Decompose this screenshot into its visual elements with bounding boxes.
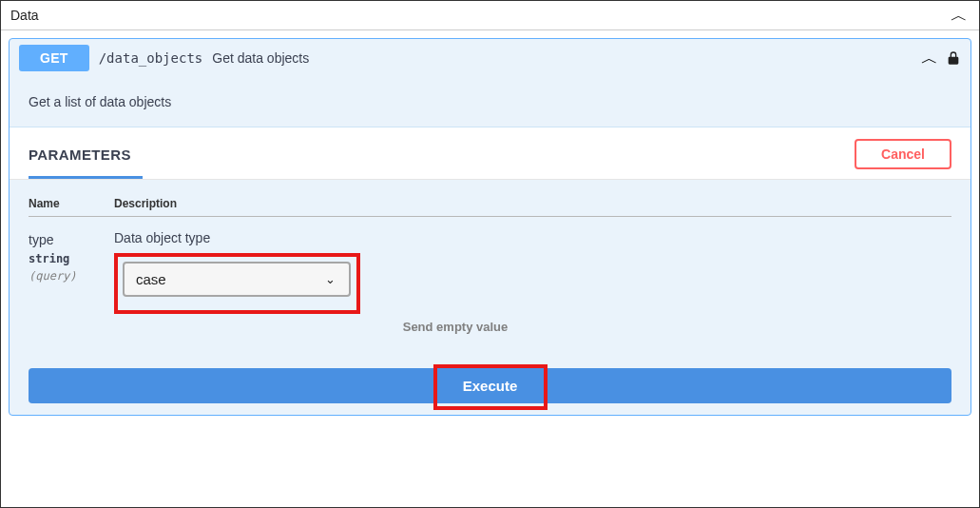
operation-block: GET /data_objects Get data objects ︿ Get… xyxy=(9,38,971,416)
operation-description: Get a list of data objects xyxy=(10,77,970,127)
operation-path: /data_objects xyxy=(99,50,203,66)
chevron-up-icon[interactable]: ︿ xyxy=(921,47,938,69)
type-select[interactable]: case xyxy=(123,262,351,297)
column-header-name: Name xyxy=(29,197,114,210)
execute-button[interactable]: Execute xyxy=(29,368,951,403)
column-header-description: Description xyxy=(114,197,951,210)
parameters-table: Name Description type string (query) Dat… xyxy=(10,180,970,351)
section-header[interactable]: Data ︿ xyxy=(1,1,979,30)
cancel-button[interactable]: Cancel xyxy=(855,139,951,169)
parameters-header: PARAMETERS Cancel xyxy=(10,127,970,180)
http-method-badge: GET xyxy=(19,45,89,71)
operation-header[interactable]: GET /data_objects Get data objects ︿ xyxy=(10,39,970,77)
param-name: type xyxy=(29,230,114,250)
param-type: string xyxy=(29,250,114,267)
chevron-up-icon: ︿ xyxy=(951,7,968,24)
operation-summary: Get data objects xyxy=(212,50,309,66)
send-empty-value[interactable]: Send empty value xyxy=(0,314,951,351)
parameters-title: PARAMETERS xyxy=(29,147,131,163)
param-in: (query) xyxy=(29,267,114,284)
parameter-row: type string (query) Data object type cas… xyxy=(29,217,951,314)
highlight-box-select: case ⌄ xyxy=(114,253,360,314)
param-description: Data object type xyxy=(114,230,951,245)
section-title: Data xyxy=(10,8,39,23)
parameters-tab-underline xyxy=(29,176,143,179)
lock-icon[interactable] xyxy=(946,50,961,66)
